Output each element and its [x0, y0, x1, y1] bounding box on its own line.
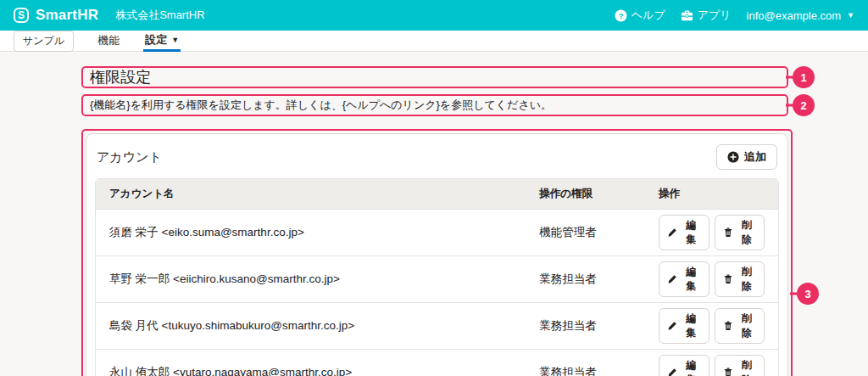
permission-cell: 業務担当者: [526, 350, 645, 376]
edit-button-label: 編集: [682, 311, 700, 340]
delete-button-label: 削除: [737, 218, 756, 247]
edit-button-label: 編集: [682, 218, 700, 247]
pencil-icon: [667, 274, 677, 284]
edit-button[interactable]: 編集: [659, 308, 709, 344]
annotated-title-region: 権限設定 1: [81, 66, 788, 88]
brand-name: SmartHR: [36, 7, 98, 24]
main-content: 権限設定 1 {機能名}を利用する権限を設定します。詳しくは、{ヘルプへのリンク…: [0, 52, 868, 376]
account-name-cell: 島袋 月代 <tukuyo.shimabukuro@smarthr.co.jp>: [96, 303, 526, 350]
account-name-cell: 須磨 栄子 <eiko.suma@smarthr.co.jp>: [96, 210, 526, 256]
pencil-icon: [667, 321, 677, 331]
table-row: 須磨 栄子 <eiko.suma@smarthr.co.jp> 機能管理者: [96, 210, 778, 256]
trash-icon: [723, 321, 733, 331]
page-description: {機能名}を利用する権限を設定します。詳しくは、{ヘルプへのリンク}を参照してく…: [83, 96, 787, 115]
pencil-icon: [667, 368, 677, 376]
annotation-badge-3: 3: [797, 283, 819, 305]
chevron-down-icon: ▼: [847, 11, 854, 20]
help-link[interactable]: ? ヘルプ: [615, 8, 665, 23]
edit-button[interactable]: 編集: [659, 215, 709, 250]
brand[interactable]: S SmartHR 株式会社SmartHR: [14, 7, 205, 24]
account-name-cell: 草野 栄一郎 <eiichiro.kusano@smarthr.co.jp>: [96, 256, 526, 303]
svg-text:?: ?: [618, 11, 623, 20]
annotation-badge-2: 2: [793, 94, 815, 116]
tab-nav: サンプル 機能 設定 ▼: [0, 31, 868, 52]
delete-button[interactable]: 削除: [715, 355, 765, 376]
delete-button-label: 削除: [737, 265, 756, 294]
app-header: S SmartHR 株式会社SmartHR ? ヘルプ アプリ info@exa…: [0, 0, 868, 31]
help-icon: ?: [615, 9, 627, 22]
apps-briefcase-icon: [681, 9, 693, 22]
trash-icon: [723, 368, 733, 376]
table-row: 島袋 月代 <tukuyo.shimabukuro@smarthr.co.jp>…: [96, 303, 778, 350]
edit-button-label: 編集: [682, 358, 700, 376]
annotated-description-region: {機能名}を利用する権限を設定します。詳しくは、{ヘルプへのリンク}を参照してく…: [81, 94, 788, 116]
pencil-icon: [667, 227, 677, 238]
accounts-card: アカウント 追加 アカウント名 操作の権限 操作: [86, 133, 788, 376]
edit-button[interactable]: 編集: [659, 355, 709, 376]
column-header-account-name: アカウント名: [96, 179, 526, 210]
account-email: info@example.com: [747, 9, 841, 22]
table-row: 永山 侑太郎 <yutaro.nagayama@smarthr.co.jp> 業…: [96, 350, 778, 376]
edit-button[interactable]: 編集: [659, 261, 709, 297]
account-menu[interactable]: info@example.com ▼: [747, 9, 854, 22]
permission-cell: 業務担当者: [526, 303, 645, 350]
annotation-badge-1: 1: [793, 66, 815, 88]
permission-cell: 機能管理者: [526, 210, 645, 256]
tab-settings-label: 設定: [145, 32, 167, 48]
apps-link[interactable]: アプリ: [681, 8, 732, 23]
tab-functions[interactable]: 機能: [96, 31, 121, 51]
annotated-card-region: 3 アカウント 追加 アカウント名 操作の権限: [81, 129, 793, 376]
delete-button[interactable]: 削除: [715, 215, 765, 250]
trash-icon: [723, 274, 733, 284]
card-title: アカウント: [97, 149, 162, 166]
edit-button-label: 編集: [682, 265, 700, 294]
plus-circle-icon: [727, 151, 739, 163]
delete-button[interactable]: 削除: [715, 308, 765, 344]
delete-button[interactable]: 削除: [715, 261, 765, 297]
add-button-label: 追加: [744, 149, 766, 165]
permission-cell: 業務担当者: [526, 256, 645, 303]
accounts-table: アカウント名 操作の権限 操作 須磨 栄子 <eiko.suma@smarthr…: [95, 178, 779, 376]
smarthr-logo-icon: S: [14, 8, 29, 23]
tab-settings[interactable]: 設定 ▼: [143, 30, 181, 52]
help-label: ヘルプ: [632, 8, 665, 23]
account-name-cell: 永山 侑太郎 <yutaro.nagayama@smarthr.co.jp>: [96, 350, 526, 376]
delete-button-label: 削除: [737, 358, 756, 376]
table-row: 草野 栄一郎 <eiichiro.kusano@smarthr.co.jp> 業…: [96, 256, 778, 303]
apps-label: アプリ: [698, 8, 732, 23]
column-header-operations: 操作: [645, 179, 778, 210]
add-button[interactable]: 追加: [716, 144, 777, 170]
company-name: 株式会社SmartHR: [115, 8, 204, 23]
page-title: 権限設定: [83, 68, 787, 87]
delete-button-label: 削除: [737, 311, 756, 340]
chevron-down-icon: ▼: [171, 36, 179, 44]
trash-icon: [723, 227, 733, 238]
column-header-permission: 操作の権限: [526, 179, 645, 210]
tab-sample[interactable]: サンプル: [14, 31, 74, 52]
